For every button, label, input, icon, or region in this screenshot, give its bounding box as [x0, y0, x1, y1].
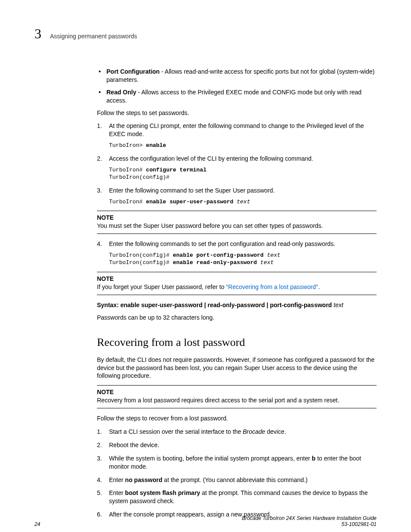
page-footer: 24 Brocade TurboIron 24X Series Hardware… [34, 515, 377, 527]
recovery-steps: Start a CLI session over the serial inte… [97, 428, 377, 519]
step: Reboot the device. [97, 441, 377, 449]
code-block: TurboIron# enable super-user-password te… [109, 198, 377, 206]
step: Access the configuration level of the CL… [97, 155, 377, 181]
code-block: TurboIron> enable [109, 142, 377, 149]
step: Enter the following command to set the S… [97, 187, 377, 205]
note-text: You must set the Super User password bef… [97, 222, 377, 230]
syntax-line: Syntax: enable super-user-password | rea… [97, 301, 377, 309]
term: Port Configuration [106, 68, 160, 75]
step-text: Enter the following commands to set the … [109, 240, 335, 247]
note-block: NOTE You must set the Super User passwor… [97, 211, 377, 234]
cross-reference-link[interactable]: "Recovering from a lost password" [226, 283, 318, 290]
paragraph: Follow the steps to recover from a lost … [97, 414, 377, 423]
note-block: NOTE If you forget your Super User passw… [97, 272, 377, 295]
note-label: NOTE [97, 388, 377, 396]
note-text: If you forget your Super User password, … [97, 283, 377, 291]
step-text: Enter the following command to set the S… [109, 187, 274, 194]
main-content: Port Configuration - Allows read-and-wri… [97, 68, 377, 519]
code-block: TurboIron# configure terminal TurboIron(… [109, 166, 377, 181]
page-header: 3 Assigning permanent passwords [34, 26, 377, 42]
footer-doc-info: Brocade TurboIron 24X Series Hardware In… [242, 515, 377, 527]
step: Enter no password at the prompt. (You ca… [97, 476, 377, 484]
doc-number: 53-1002981-01 [242, 521, 377, 527]
running-header: Assigning permanent passwords [50, 33, 137, 40]
password-steps: At the opening CLI prompt, enter the fol… [97, 122, 377, 205]
desc: - Allows access to the Privileged EXEC m… [106, 89, 361, 104]
section-heading: Recovering from a lost password [97, 335, 377, 350]
list-item: Port Configuration - Allows read-and-wri… [97, 68, 377, 84]
step-text: At the opening CLI prompt, enter the fol… [109, 122, 364, 137]
note-text: Recovery from a lost password requires d… [97, 396, 377, 404]
intro-paragraph: Follow the steps to set passwords. [97, 109, 377, 117]
privilege-bullet-list: Port Configuration - Allows read-and-wri… [97, 68, 377, 105]
list-item: Read Only - Allows access to the Privile… [97, 88, 377, 105]
step: While the system is booting, before the … [97, 454, 377, 471]
step: Enter the following commands to set the … [97, 240, 377, 267]
code-block: TurboIron(config)# enable port-config-pa… [109, 252, 377, 267]
note-block: NOTE Recovery from a lost password requi… [97, 385, 377, 408]
password-steps-cont: Enter the following commands to set the … [97, 240, 377, 267]
step: Start a CLI session over the serial inte… [97, 428, 377, 436]
paragraph: Passwords can be up to 32 characters lon… [97, 314, 377, 322]
note-label: NOTE [97, 214, 377, 222]
note-label: NOTE [97, 275, 377, 283]
paragraph: By default, the CLI does not require pas… [97, 356, 377, 380]
doc-title: Brocade TurboIron 24X Series Hardware In… [242, 515, 377, 521]
chapter-number: 3 [34, 26, 41, 42]
step: At the opening CLI prompt, enter the fol… [97, 122, 377, 149]
step: Enter boot system flash primary at the p… [97, 489, 377, 505]
page-number: 24 [34, 521, 40, 527]
term: Read Only [106, 89, 136, 96]
page: 3 Assigning permanent passwords Port Con… [0, 0, 411, 532]
step-text: Access the configuration level of the CL… [109, 155, 313, 162]
